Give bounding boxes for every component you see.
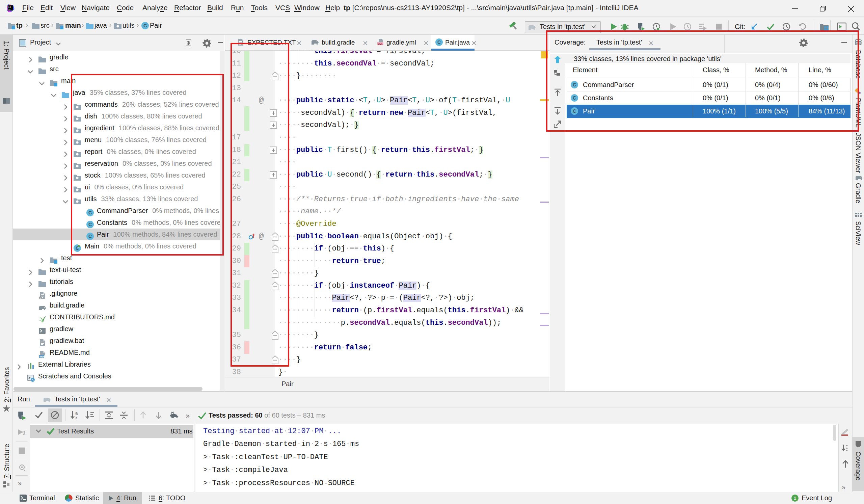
- svg-text:C: C: [437, 39, 441, 45]
- svg-text:IJ: IJ: [9, 6, 11, 9]
- svg-text:1: 1: [794, 495, 796, 501]
- svg-text:9: 9: [22, 430, 25, 436]
- svg-text:C: C: [143, 23, 147, 28]
- svg-text:z: z: [75, 415, 77, 420]
- svg-text:a: a: [75, 410, 78, 416]
- svg-text:MD: MD: [39, 355, 44, 358]
- svg-text:YML: YML: [378, 43, 383, 46]
